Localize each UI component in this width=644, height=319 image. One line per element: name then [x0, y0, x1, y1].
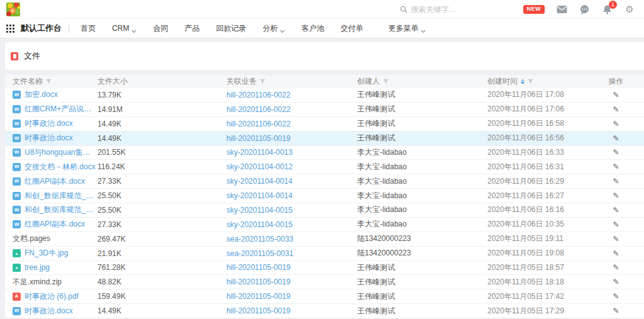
header-creator[interactable]: 创建人 [357, 76, 487, 87]
file-name-link[interactable]: U8与hongquan集成方案.docx [25, 147, 97, 158]
chat-icon[interactable] [579, 4, 590, 15]
nav-item-crm[interactable]: CRM [104, 24, 145, 33]
edit-icon[interactable]: ✎ [613, 177, 619, 186]
edit-icon[interactable]: ✎ [613, 148, 619, 157]
edit-icon[interactable]: ✎ [613, 134, 619, 143]
edit-icon[interactable]: ✎ [613, 249, 619, 258]
edit-icon[interactable]: ✎ [613, 220, 619, 229]
related-business-link[interactable]: hill-20201106-0022 [226, 91, 291, 99]
app-logo[interactable] [6, 3, 20, 16]
file-name-link[interactable]: 红圈API副本.docx [25, 219, 85, 230]
actions-cell: ✎ [588, 235, 644, 243]
file-size-value: 14.49K [97, 306, 226, 315]
notifications-bell-icon[interactable]: 1 [601, 4, 613, 15]
file-name-link[interactable]: 和创_数据库规范_20171124.doc [25, 204, 97, 215]
file-size-value: 14.49K [97, 120, 226, 128]
related-business-link[interactable]: sky-20201104-0012 [226, 162, 292, 171]
related-business-link[interactable]: hill-20201106-0022 [226, 120, 291, 128]
related-business-link[interactable]: sky-20201104-0014 [226, 191, 292, 200]
file-type-icon: W [13, 307, 21, 315]
settings-gear-icon[interactable]: ⚙ [624, 4, 635, 15]
related-business-link[interactable]: sky-20201104-0014 [226, 177, 292, 186]
search-input[interactable] [411, 5, 487, 14]
file-type-icon: W [13, 220, 21, 228]
file-name-link[interactable]: 时事政治.docx [25, 306, 73, 316]
header-file-name[interactable]: 文件名称 [5, 76, 97, 87]
file-type-icon: W [13, 134, 21, 142]
new-badge[interactable]: NEW [523, 5, 545, 14]
nav-item-more-menu[interactable]: 更多菜单 [380, 23, 434, 34]
filter-icon[interactable] [383, 79, 389, 84]
edit-icon[interactable]: ✎ [613, 235, 619, 243]
related-business-link[interactable]: sky-20201104-0013 [226, 148, 292, 157]
edit-icon[interactable]: ✎ [613, 120, 619, 128]
file-name-link[interactable]: 红圈API副本.docx [25, 176, 85, 187]
workspace-title[interactable]: 默认工作台 [21, 23, 62, 34]
related-business-link[interactable]: sky-20201104-0015 [226, 220, 292, 229]
related-business-link[interactable]: sea-20201105-0033 [226, 235, 294, 243]
related-business-link[interactable]: sea-20201105-0031 [226, 249, 294, 258]
edit-icon[interactable]: ✎ [613, 206, 619, 215]
file-name-link[interactable]: 和创_数据库规范_20171124.doc [25, 191, 97, 201]
filter-icon[interactable] [46, 79, 52, 84]
creator-value: 陆13420000223 [357, 233, 487, 244]
mail-icon[interactable] [556, 4, 567, 15]
apps-grid-icon[interactable] [6, 25, 14, 33]
edit-icon[interactable]: ✎ [613, 162, 619, 171]
nav-label: 更多菜单 [388, 23, 418, 34]
file-name-link[interactable]: 时事政治 (6).pdf [25, 291, 79, 302]
related-business-link[interactable]: hill-20201105-0019 [226, 306, 291, 315]
file-name-link[interactable]: 时事政治.docx [25, 133, 73, 143]
related-business-link[interactable]: hill-20201105-0019 [226, 292, 291, 301]
actions-cell: ✎ [588, 306, 644, 315]
table-row: A 时事政治 (6).pdf 159.49K hill-20201105-001… [5, 289, 644, 304]
file-name-link[interactable]: 时事政治.docx [25, 118, 73, 129]
nav-label: 首页 [80, 23, 96, 34]
edit-icon[interactable]: ✎ [613, 277, 619, 286]
nav-item-payment-record[interactable]: 回款记录 [208, 23, 254, 34]
actions-cell: ✎ [588, 91, 644, 99]
file-name-cell: ▲ tree.jpg [5, 263, 97, 272]
created-time-value: 2020年11月06日 10:35 [487, 219, 588, 230]
nav-item-analysis[interactable]: 分析 [254, 23, 293, 34]
chevron-down-icon [131, 26, 136, 30]
file-name-link[interactable]: FN_3D牛.jpg [25, 248, 68, 259]
file-name-link[interactable]: 加密.docx [25, 89, 58, 100]
related-business-link[interactable]: sky-20201104-0015 [226, 206, 292, 215]
actions-cell: ✎ [588, 292, 644, 301]
header-label: 文件大小 [97, 76, 128, 87]
edit-icon[interactable]: ✎ [613, 306, 619, 315]
header-related-business[interactable]: 关联业务 [226, 76, 357, 87]
related-business-link[interactable]: hill-20201105-0019 [226, 134, 291, 143]
file-name-link[interactable]: 交接文档－林桥.docx [25, 162, 96, 172]
related-business-cell: sky-20201104-0012 [226, 162, 357, 171]
related-business-link[interactable]: hill-20201106-0022 [226, 105, 291, 114]
file-name-link[interactable]: 不足.xmind.zip [13, 277, 62, 288]
related-business-cell: hill-20201106-0022 [226, 105, 357, 114]
edit-icon[interactable]: ✎ [613, 292, 619, 301]
sort-icon[interactable] [521, 79, 525, 84]
edit-icon[interactable]: ✎ [613, 191, 619, 200]
file-name-cell: W 红圈API副本.docx [5, 176, 97, 187]
filter-icon[interactable] [528, 79, 533, 84]
edit-icon[interactable]: ✎ [613, 91, 619, 99]
related-business-link[interactable]: hill-20201105-0019 [226, 263, 291, 272]
nav-item-contract[interactable]: 合同 [145, 23, 176, 34]
header-created-time[interactable]: 创建时间 [487, 76, 588, 87]
nav-item-home[interactable]: 首页 [72, 23, 104, 34]
header-file-size[interactable]: 文件大小 [97, 76, 226, 87]
file-size-value: 21.91K [97, 249, 226, 258]
file-name-cell: 文档.pages [5, 233, 97, 244]
edit-icon[interactable]: ✎ [613, 263, 619, 272]
file-name-link[interactable]: tree.jpg [25, 263, 50, 272]
edit-icon[interactable]: ✎ [613, 105, 619, 114]
nav-item-customer-pool[interactable]: 客户池 [293, 23, 332, 34]
nav-item-delivery-order[interactable]: 交付单 [332, 23, 371, 34]
file-name-link[interactable]: 文档.pages [13, 233, 50, 244]
table-row: W 时事政治.docx 14.49K hill-20201105-0019 王伟… [5, 132, 644, 146]
filter-icon[interactable] [260, 79, 265, 84]
related-business-cell: sky-20201104-0013 [226, 148, 357, 157]
file-name-link[interactable]: 红圈CRM+产品说明201901_前端... [25, 104, 97, 115]
related-business-link[interactable]: hill-20201105-0019 [226, 277, 291, 286]
nav-item-product[interactable]: 产品 [176, 23, 208, 34]
